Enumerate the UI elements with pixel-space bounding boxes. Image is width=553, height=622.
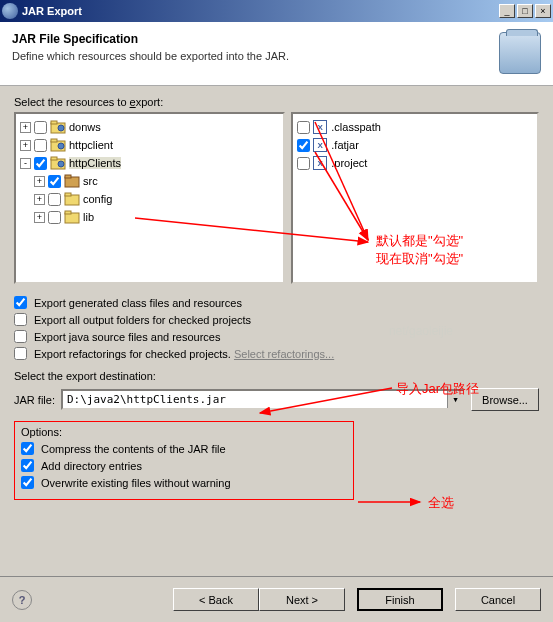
svg-point-8 bbox=[58, 161, 64, 167]
maximize-button[interactable]: □ bbox=[517, 4, 533, 18]
close-button[interactable]: × bbox=[535, 4, 551, 18]
export-checkbox[interactable] bbox=[14, 313, 27, 326]
file-checkbox[interactable] bbox=[297, 139, 310, 152]
option-label: Add directory entries bbox=[41, 460, 142, 472]
options-label: Options: bbox=[21, 426, 347, 438]
export-option: Export all output folders for checked pr… bbox=[14, 313, 539, 326]
option-checkbox[interactable] bbox=[21, 442, 34, 455]
export-option: Export generated class files and resourc… bbox=[14, 296, 539, 309]
tree-checkbox[interactable] bbox=[34, 139, 47, 152]
tree-checkbox[interactable] bbox=[48, 175, 61, 188]
option-label: Compress the contents of the JAR file bbox=[41, 443, 226, 455]
tree-label: src bbox=[83, 175, 98, 187]
export-checkbox[interactable] bbox=[14, 296, 27, 309]
browse-button[interactable]: Browse... bbox=[471, 388, 539, 411]
file-icon: X bbox=[313, 156, 327, 170]
svg-rect-7 bbox=[51, 157, 57, 160]
option-row: Add directory entries bbox=[21, 459, 347, 472]
dialog-header: JAR File Specification Define which reso… bbox=[0, 22, 553, 86]
tree-item[interactable]: +config bbox=[20, 190, 279, 208]
tree-label: lib bbox=[83, 211, 94, 223]
svg-rect-12 bbox=[65, 193, 71, 196]
cancel-button[interactable]: Cancel bbox=[455, 588, 541, 611]
resources-label: Select the resources to export: bbox=[14, 96, 539, 108]
app-icon bbox=[2, 3, 18, 19]
file-icon: X bbox=[313, 138, 327, 152]
file-label: .fatjar bbox=[331, 139, 359, 151]
export-label: Export all output folders for checked pr… bbox=[34, 314, 251, 326]
option-checkbox[interactable] bbox=[21, 476, 34, 489]
file-icon: X bbox=[313, 120, 327, 134]
tree-toggle[interactable]: + bbox=[34, 194, 45, 205]
file-checkbox[interactable] bbox=[297, 121, 310, 134]
export-label: Export generated class files and resourc… bbox=[34, 297, 242, 309]
tree-toggle[interactable]: + bbox=[34, 176, 45, 187]
svg-point-5 bbox=[58, 143, 64, 149]
file-item[interactable]: X.project bbox=[297, 154, 533, 172]
file-list-panel[interactable]: X.classpathX.fatjarX.project bbox=[291, 112, 539, 284]
tree-item[interactable]: -httpClients bbox=[20, 154, 279, 172]
file-label: .project bbox=[331, 157, 367, 169]
svg-rect-14 bbox=[65, 211, 71, 214]
export-checkbox[interactable] bbox=[14, 347, 27, 360]
tree-label: httpclient bbox=[69, 139, 113, 151]
help-button[interactable]: ? bbox=[12, 590, 32, 610]
option-row: Compress the contents of the JAR file bbox=[21, 442, 347, 455]
tree-label: config bbox=[83, 193, 112, 205]
svg-rect-10 bbox=[65, 175, 71, 178]
resource-tree-panel[interactable]: +donws+httpclient-httpClients+src+config… bbox=[14, 112, 285, 284]
tree-item[interactable]: +src bbox=[20, 172, 279, 190]
tree-checkbox[interactable] bbox=[34, 157, 47, 170]
tree-toggle[interactable]: + bbox=[20, 122, 31, 133]
tree-toggle[interactable]: + bbox=[34, 212, 45, 223]
header-subtitle: Define which resources should be exporte… bbox=[12, 50, 499, 62]
export-option: Export java source files and resources bbox=[14, 330, 539, 343]
destination-label: Select the export destination: bbox=[14, 370, 539, 382]
export-label: Export refactorings for checked projects… bbox=[34, 348, 334, 360]
file-checkbox[interactable] bbox=[297, 157, 310, 170]
jar-icon bbox=[499, 32, 541, 74]
svg-rect-4 bbox=[51, 139, 57, 142]
jar-file-label: JAR file: bbox=[14, 394, 55, 406]
tree-toggle[interactable]: - bbox=[20, 158, 31, 169]
export-checkbox[interactable] bbox=[14, 330, 27, 343]
file-item[interactable]: X.classpath bbox=[297, 118, 533, 136]
header-title: JAR File Specification bbox=[12, 32, 499, 46]
export-option: Export refactorings for checked projects… bbox=[14, 347, 539, 360]
jar-path-dropdown[interactable]: ▾ bbox=[447, 391, 463, 408]
tree-checkbox[interactable] bbox=[48, 193, 61, 206]
tree-toggle[interactable]: + bbox=[20, 140, 31, 151]
titlebar: JAR Export _ □ × bbox=[0, 0, 553, 22]
tree-label: donws bbox=[69, 121, 101, 133]
option-checkbox[interactable] bbox=[21, 459, 34, 472]
finish-button[interactable]: Finish bbox=[357, 588, 443, 611]
file-item[interactable]: X.fatjar bbox=[297, 136, 533, 154]
next-button[interactable]: Next > bbox=[259, 588, 345, 611]
option-row: Overwrite existing files without warning bbox=[21, 476, 347, 489]
tree-item[interactable]: +donws bbox=[20, 118, 279, 136]
export-label: Export java source files and resources bbox=[34, 331, 221, 343]
footer: ? < Back Next > Finish Cancel bbox=[0, 576, 553, 622]
option-label: Overwrite existing files without warning bbox=[41, 477, 231, 489]
tree-item[interactable]: +httpclient bbox=[20, 136, 279, 154]
tree-checkbox[interactable] bbox=[34, 121, 47, 134]
minimize-button[interactable]: _ bbox=[499, 4, 515, 18]
back-button[interactable]: < Back bbox=[173, 588, 259, 611]
select-refactorings-link[interactable]: Select refactorings... bbox=[234, 348, 334, 360]
jar-path-input[interactable]: D:\java2\httpClients.jar ▾ bbox=[61, 389, 465, 410]
options-group: Options: Compress the contents of the JA… bbox=[14, 421, 354, 500]
tree-item[interactable]: +lib bbox=[20, 208, 279, 226]
window-title: JAR Export bbox=[22, 5, 499, 17]
svg-point-2 bbox=[58, 125, 64, 131]
file-label: .classpath bbox=[331, 121, 381, 133]
tree-checkbox[interactable] bbox=[48, 211, 61, 224]
tree-label: httpClients bbox=[69, 157, 121, 169]
svg-rect-1 bbox=[51, 121, 57, 124]
